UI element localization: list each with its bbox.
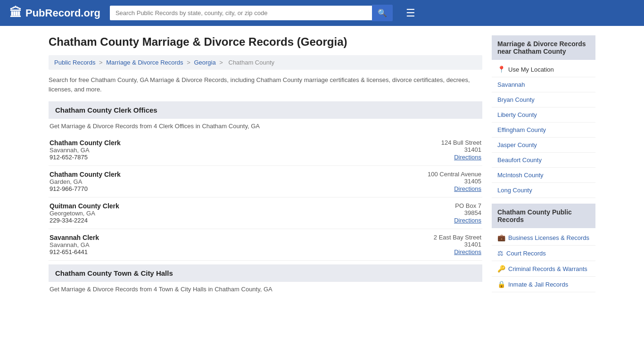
clerk-right-1: 100 Central Avenue 31405 Directions xyxy=(428,171,481,192)
clerk-right-3: 2 East Bay Street 31401 Directions xyxy=(434,234,481,255)
clerk-left-0: Chatham County Clerk Savannah, GA 912-65… xyxy=(50,139,121,161)
clerk-section-desc: Get Marriage & Divorce Records from 4 Cl… xyxy=(49,123,482,130)
clerk-entry-0: Chatham County Clerk Savannah, GA 912-65… xyxy=(49,134,482,166)
sidebar-nearby-2[interactable]: Liberty County xyxy=(492,107,595,123)
clerk-zip-0: 31401 xyxy=(441,146,481,153)
sidebar-pr-0[interactable]: 💼 Business Licenses & Records xyxy=(492,230,595,246)
intro-text: Search for free Chatham County, GA Marri… xyxy=(49,75,482,94)
sidebar-nearby-4[interactable]: Jasper County xyxy=(492,138,595,153)
clerk-right-0: 124 Bull Street 31401 Directions xyxy=(441,139,481,161)
main-container: Chatham County Marriage & Divorce Record… xyxy=(39,26,605,307)
page-title: Chatham County Marriage & Divorce Record… xyxy=(49,35,482,49)
clerk-address-1: 100 Central Avenue xyxy=(428,171,481,178)
directions-link-2[interactable]: Directions xyxy=(454,217,481,224)
logo[interactable]: 🏛 PubRecord.org xyxy=(9,6,100,20)
clerk-zip-3: 31401 xyxy=(434,241,481,248)
directions-link-3[interactable]: Directions xyxy=(454,248,481,255)
clerk-phone-1: 912-966-7770 xyxy=(50,185,121,192)
clerk-entry-1: Chatham County Clerk Garden, GA 912-966-… xyxy=(49,166,482,197)
sidebar-pr-2[interactable]: 🔑 Criminal Records & Warrants xyxy=(492,261,595,277)
pr-label-3: Inmate & Jail Records xyxy=(508,281,568,288)
clerk-city-2: Georgetown, GA xyxy=(50,210,119,217)
pr-label-2: Criminal Records & Warrants xyxy=(508,265,587,272)
search-button[interactable]: 🔍 xyxy=(372,5,393,21)
sidebar-nearby-1[interactable]: Bryan County xyxy=(492,92,595,107)
content-area: Chatham County Marriage & Divorce Record… xyxy=(49,35,482,297)
clerk-right-2: PO Box 7 39854 Directions xyxy=(454,202,481,224)
town-section-desc: Get Marriage & Divorce Records from 4 To… xyxy=(49,286,482,293)
pr-icon-0: 💼 xyxy=(497,234,505,241)
sidebar-public-records-title: Chatham County Public Records xyxy=(492,204,595,228)
sidebar-pr-3[interactable]: 🔒 Inmate & Jail Records xyxy=(492,277,595,292)
pr-label-0: Business Licenses & Records xyxy=(508,234,589,241)
clerk-city-3: Savannah, GA xyxy=(50,241,99,248)
clerk-left-2: Quitman County Clerk Georgetown, GA 229-… xyxy=(50,202,119,224)
use-my-location-label: Use My Location xyxy=(508,66,554,73)
sidebar-use-my-location[interactable]: 📍 Use My Location xyxy=(492,62,595,77)
breadcrumb: Public Records > Marriage & Divorce Reco… xyxy=(49,55,482,70)
sidebar-nearby-5[interactable]: Beaufort County xyxy=(492,153,595,168)
pr-label-1: Court Records xyxy=(506,250,546,257)
sidebar-pr-1[interactable]: ⚖ Court Records xyxy=(492,246,595,261)
sidebar-nearby-6[interactable]: McIntosh County xyxy=(492,168,595,183)
search-input[interactable] xyxy=(110,6,372,20)
clerk-left-1: Chatham County Clerk Garden, GA 912-966-… xyxy=(50,171,121,192)
logo-icon: 🏛 xyxy=(9,6,22,20)
sidebar-nearby-items: SavannahBryan CountyLiberty CountyEffing… xyxy=(492,77,595,198)
sidebar-nearby-7[interactable]: Long County xyxy=(492,183,595,198)
clerk-city-0: Savannah, GA xyxy=(50,147,121,154)
clerk-address-2: PO Box 7 xyxy=(454,202,481,209)
clerk-entries-list: Chatham County Clerk Savannah, GA 912-65… xyxy=(49,134,482,261)
clerk-address-3: 2 East Bay Street xyxy=(434,234,481,241)
search-icon: 🔍 xyxy=(378,9,387,17)
menu-icon: ☰ xyxy=(406,7,415,19)
sidebar: Marriage & Divorce Records near Chatham … xyxy=(492,35,595,297)
clerk-phone-3: 912-651-6441 xyxy=(50,248,99,255)
clerk-name-1: Chatham County Clerk xyxy=(50,171,121,178)
pr-icon-3: 🔒 xyxy=(497,280,505,288)
search-form: 🔍 xyxy=(110,5,393,21)
clerk-entry-2: Quitman County Clerk Georgetown, GA 229-… xyxy=(49,197,482,229)
logo-text: PubRecord.org xyxy=(25,7,100,19)
breadcrumb-marriage-records[interactable]: Marriage & Divorce Records xyxy=(106,59,183,66)
sidebar-nearby-3[interactable]: Effingham County xyxy=(492,123,595,138)
directions-link-1[interactable]: Directions xyxy=(454,185,481,192)
town-section-header: Chatham County Town & City Halls xyxy=(49,264,482,282)
sidebar-public-records-items: 💼 Business Licenses & Records ⚖ Court Re… xyxy=(492,230,595,292)
clerk-zip-1: 31405 xyxy=(428,178,481,185)
clerk-name-0: Chatham County Clerk xyxy=(50,139,121,147)
clerk-phone-2: 229-334-2224 xyxy=(50,217,119,224)
breadcrumb-chatham-county: Chatham County xyxy=(229,59,275,66)
clerk-phone-0: 912-652-7875 xyxy=(50,154,121,161)
sidebar-nearby-title: Marriage & Divorce Records near Chatham … xyxy=(492,35,595,60)
clerk-section-header: Chatham County Clerk Offices xyxy=(49,101,482,119)
location-icon: 📍 xyxy=(497,66,505,73)
pr-icon-2: 🔑 xyxy=(497,265,505,272)
clerk-entry-3: Savannah Clerk Savannah, GA 912-651-6441… xyxy=(49,229,482,261)
menu-button[interactable]: ☰ xyxy=(406,7,415,19)
header: 🏛 PubRecord.org 🔍 ☰ xyxy=(0,0,644,26)
clerk-left-3: Savannah Clerk Savannah, GA 912-651-6441 xyxy=(50,234,99,255)
pr-icon-1: ⚖ xyxy=(497,249,504,257)
clerk-city-1: Garden, GA xyxy=(50,178,121,185)
clerk-name-3: Savannah Clerk xyxy=(50,234,99,241)
clerk-address-0: 124 Bull Street xyxy=(441,139,481,146)
breadcrumb-public-records[interactable]: Public Records xyxy=(54,59,95,66)
directions-link-0[interactable]: Directions xyxy=(454,154,481,161)
breadcrumb-georgia[interactable]: Georgia xyxy=(194,59,215,66)
clerk-zip-2: 39854 xyxy=(454,209,481,216)
sidebar-nearby-0[interactable]: Savannah xyxy=(492,77,595,92)
clerk-name-2: Quitman County Clerk xyxy=(50,202,119,210)
